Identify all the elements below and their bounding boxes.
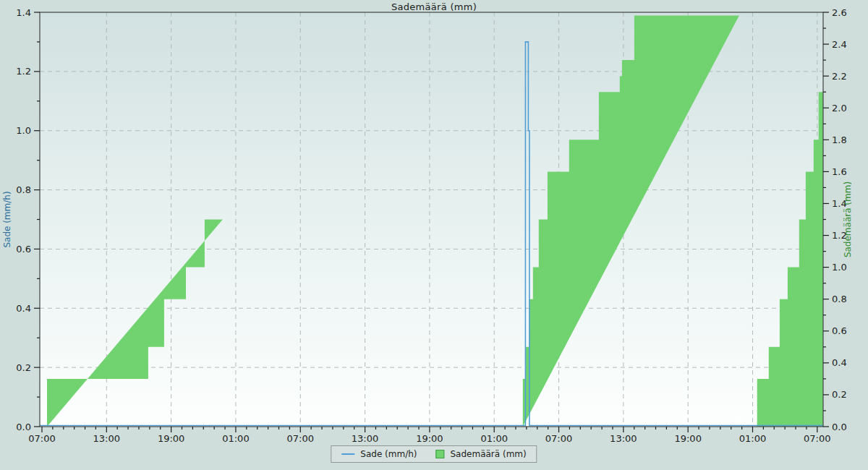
accumulation-square-swatch bbox=[435, 450, 444, 458]
svg-text:2.2: 2.2 bbox=[832, 71, 847, 82]
right-axis-title: Sademäärä (mm) bbox=[843, 181, 853, 257]
rain-chart-canvas: 07:0013:0019:0001:0007:0013:0019:0001:00… bbox=[0, 0, 868, 470]
svg-text:01:00: 01:00 bbox=[222, 433, 249, 444]
svg-text:0.0: 0.0 bbox=[832, 422, 847, 432]
svg-text:13:00: 13:00 bbox=[352, 433, 378, 444]
svg-text:0.8: 0.8 bbox=[832, 294, 847, 304]
svg-text:1.6: 1.6 bbox=[832, 166, 847, 177]
svg-text:13:00: 13:00 bbox=[93, 433, 120, 444]
chart-legend: Sade (mm/h) Sademäärä (mm) bbox=[331, 445, 537, 463]
svg-text:19:00: 19:00 bbox=[416, 433, 443, 444]
svg-text:2.6: 2.6 bbox=[832, 7, 847, 18]
svg-text:01:00: 01:00 bbox=[480, 433, 507, 444]
svg-text:07:00: 07:00 bbox=[804, 433, 830, 444]
svg-text:07:00: 07:00 bbox=[28, 433, 55, 444]
svg-text:0.4: 0.4 bbox=[832, 357, 847, 368]
svg-text:0.2: 0.2 bbox=[832, 389, 847, 400]
left-axis-title: Sade (mm/h) bbox=[2, 191, 12, 247]
svg-text:1.8: 1.8 bbox=[832, 134, 847, 145]
svg-text:0.6: 0.6 bbox=[16, 244, 31, 255]
svg-text:07:00: 07:00 bbox=[545, 433, 572, 444]
svg-text:1.2: 1.2 bbox=[16, 66, 31, 77]
svg-text:2.0: 2.0 bbox=[832, 103, 847, 114]
svg-text:0.4: 0.4 bbox=[16, 303, 31, 314]
legend-item-accumulation: Sademäärä (mm) bbox=[435, 449, 526, 459]
svg-text:0.6: 0.6 bbox=[832, 325, 847, 336]
legend-label-rain-rate: Sade (mm/h) bbox=[360, 449, 417, 459]
svg-text:1.0: 1.0 bbox=[832, 262, 847, 273]
svg-text:01:00: 01:00 bbox=[739, 433, 766, 444]
svg-text:1.4: 1.4 bbox=[16, 7, 31, 18]
svg-text:13:00: 13:00 bbox=[610, 433, 637, 444]
svg-text:1.0: 1.0 bbox=[16, 125, 31, 136]
svg-text:19:00: 19:00 bbox=[674, 433, 701, 444]
svg-text:07:00: 07:00 bbox=[287, 433, 314, 444]
svg-text:0.8: 0.8 bbox=[16, 184, 31, 195]
legend-label-accumulation: Sademäärä (mm) bbox=[450, 449, 526, 459]
svg-text:19:00: 19:00 bbox=[158, 433, 184, 444]
legend-item-rain-rate: Sade (mm/h) bbox=[341, 449, 417, 459]
svg-text:0.0: 0.0 bbox=[16, 422, 31, 432]
rain-chart-window: Sademäärä (mm) 07:0013:0019:0001:0007:00… bbox=[0, 0, 868, 470]
svg-text:2.4: 2.4 bbox=[832, 39, 847, 50]
svg-text:0.2: 0.2 bbox=[16, 362, 31, 373]
rain-line-swatch bbox=[341, 453, 354, 455]
